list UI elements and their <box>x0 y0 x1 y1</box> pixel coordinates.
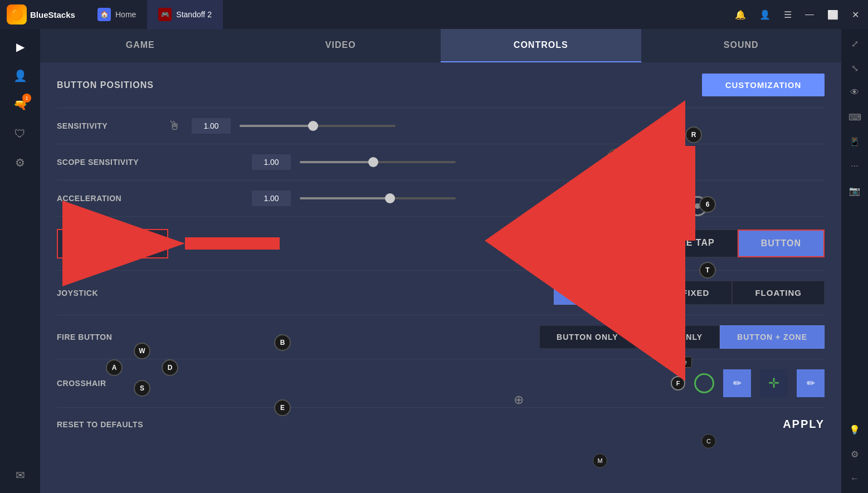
tab-sound[interactable]: SOUND <box>641 29 842 62</box>
fire-options: BUTTON ONLY ZONE ONLY BUTTON + ZONE <box>539 325 825 349</box>
left-arrow-svg <box>179 227 291 260</box>
bluestacks-icon: 🟠 <box>7 4 27 25</box>
d-key-circle: D <box>162 359 178 376</box>
bluestacks-logo: 🟠 BlueStacks <box>0 4 86 25</box>
gun-badge: 1 <box>22 94 31 102</box>
t-key-circle: T <box>699 262 716 279</box>
a-key-circle: A <box>106 359 123 376</box>
play-icon: ▶ <box>16 40 25 53</box>
s-key-circle: S <box>134 380 150 397</box>
c-key-badge: C <box>701 434 716 448</box>
jump-option-button[interactable]: BUTTON <box>738 230 825 257</box>
sidebar-gun[interactable]: 🔫 1 <box>7 91 33 118</box>
joystick-label: JOYSTICK <box>57 289 168 297</box>
r-key-circle: R <box>685 126 702 143</box>
camera-icon[interactable]: 📷 <box>845 180 865 201</box>
apply-button[interactable]: APPLY <box>783 418 825 431</box>
fire-button-only[interactable]: BUTTON ONLY <box>539 325 636 349</box>
home-tab-icon: 🏠 <box>97 8 111 21</box>
jump-label: JUMP <box>75 238 107 249</box>
sensitivity-row: SENSITIVITY 🖱 1.00 <box>57 108 825 134</box>
fire-button-zone[interactable]: BUTTON + ZONE <box>720 325 825 349</box>
more-icon[interactable]: ··· <box>845 156 865 176</box>
fire-button-row: FIRE BUTTON BUTTON ONLY ZONE ONLY BUTTON… <box>57 315 825 349</box>
jump-label-box: JUMP <box>57 229 168 258</box>
close-icon[interactable]: ✕ <box>850 7 861 22</box>
home-tab[interactable]: 🏠 Home <box>86 0 147 29</box>
title-bar-controls: 🔔 👤 ☰ — ⬜ ✕ <box>733 7 868 22</box>
fire-button-label: FIRE BUTTON <box>57 333 168 341</box>
left-sidebar: ▶ 👤 🔫 1 🛡 ⚙ ✉ <box>0 29 40 493</box>
f-key-badge: F <box>671 376 685 391</box>
game-tab[interactable]: 🎮 Standoff 2 <box>147 0 223 29</box>
joystick-free-touch[interactable]: FREE TOUCH <box>554 281 659 305</box>
sidebar-settings[interactable]: ⚙ <box>7 149 33 176</box>
mail-icon: ✉ <box>16 468 25 482</box>
customization-button[interactable]: CUSTOMIZATION <box>702 74 825 96</box>
sensitivity-slider[interactable] <box>240 125 396 127</box>
sidebar-shield[interactable]: 🛡 <box>7 120 33 147</box>
expand-icon[interactable]: ⤢ <box>845 33 865 53</box>
crosshair-zone-icon: ✛ <box>760 369 788 397</box>
n2-key-circle: 2 <box>679 146 695 163</box>
crosshair-green-circle <box>694 373 714 393</box>
fire-zone-only[interactable]: ZONE ONLY <box>636 325 720 349</box>
bell-icon[interactable]: 🔔 <box>733 7 748 22</box>
n3-key-circle: 3 <box>607 149 624 165</box>
keyboard-icon[interactable]: ⌨ <box>845 107 865 127</box>
joystick-fixed[interactable]: FIXED <box>659 281 732 305</box>
nav-tabs: GAME VIDEO CONTROLS SOUND <box>40 29 841 62</box>
crosshair-inner-1 <box>645 152 650 158</box>
mouse-icon: 🖱 <box>168 119 181 133</box>
sensitivity-label: SENSITIVITY <box>57 121 168 130</box>
back-icon[interactable]: ← <box>845 468 865 489</box>
button-positions-row: BUTTON POSITIONS CUSTOMIZATION <box>57 74 825 96</box>
main-content: GAME VIDEO CONTROLS SOUND BUTTON POSITIO… <box>40 29 841 493</box>
reset-label: RESET TO DEFAULTS <box>57 420 143 429</box>
joystick-options: FREE TOUCH FIXED FLOATING <box>554 281 825 305</box>
settings-icon: ⚙ <box>15 156 25 169</box>
sidebar-profile[interactable]: 👤 <box>7 62 33 89</box>
n6-key-circle: 6 <box>699 196 716 213</box>
tab-controls[interactable]: CONTROLS <box>441 29 641 62</box>
m-key-badge: M <box>593 453 607 468</box>
shrink-icon[interactable]: ⤡ <box>845 58 865 78</box>
jump-row: JUMP DOUBLE TAP BUTTON <box>57 216 825 260</box>
profile-icon: 👤 <box>13 69 27 82</box>
w-key-circle: W <box>134 343 150 359</box>
crosshair-edit-btn-1[interactable]: ✏ <box>723 369 751 397</box>
joystick-floating[interactable]: FLOATING <box>732 281 825 305</box>
scope-sensitivity-value: 1.00 <box>252 154 291 170</box>
sensitivity-value: 1.00 <box>192 118 231 134</box>
game-tab-label: Standoff 2 <box>176 10 212 19</box>
game-tab-icon: 🎮 <box>158 8 172 21</box>
e-key-circle: E <box>274 399 291 416</box>
scope-sensitivity-slider[interactable] <box>300 161 456 163</box>
n1-key-circle: 1 <box>632 168 649 185</box>
eye-icon[interactable]: 👁 <box>845 82 865 102</box>
gear2-icon[interactable]: ⚙ <box>845 444 865 464</box>
brightness-icon[interactable]: 💡 <box>845 419 865 440</box>
tab-video[interactable]: VIDEO <box>241 29 441 62</box>
crosshair-label: CROSSHAIR <box>57 379 168 388</box>
app-title: BlueStacks <box>30 10 75 19</box>
g-key-circle: G <box>663 126 680 143</box>
jump-options: DOUBLE TAP BUTTON <box>629 230 825 257</box>
title-bar: 🟠 BlueStacks 🏠 Home 🎮 Standoff 2 🔔 👤 ☰ —… <box>0 0 868 29</box>
sidebar-play[interactable]: ▶ <box>7 33 33 60</box>
sidebar-mail[interactable]: ✉ <box>7 462 33 489</box>
acceleration-slider[interactable] <box>300 197 456 199</box>
minimize-icon[interactable]: — <box>803 7 816 22</box>
tab-game[interactable]: GAME <box>40 29 241 62</box>
settings-content: BUTTON POSITIONS CUSTOMIZATION SENSITIVI… <box>40 62 841 442</box>
b-key-circle: B <box>274 334 291 351</box>
crosshair-edit-btn-2[interactable]: ✏ <box>797 369 825 397</box>
user-icon[interactable]: 👤 <box>757 7 773 22</box>
phone-icon[interactable]: 📱 <box>845 131 865 152</box>
acceleration-value: 1.00 <box>252 191 291 206</box>
menu-icon[interactable]: ☰ <box>782 7 794 22</box>
home-tab-label: Home <box>115 10 136 19</box>
restore-icon[interactable]: ⬜ <box>825 7 841 22</box>
scope-sensitivity-row: SCOPE SENSITIVITY 1.00 <box>57 144 825 170</box>
crosshair-ring-1 <box>637 145 657 165</box>
